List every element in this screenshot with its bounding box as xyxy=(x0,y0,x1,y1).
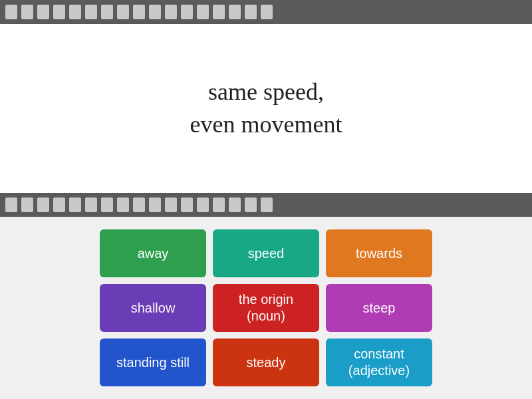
film-hole xyxy=(37,5,49,19)
definition-line2: even movement xyxy=(190,111,342,138)
film-hole xyxy=(133,198,145,212)
film-hole xyxy=(197,198,209,212)
film-hole xyxy=(181,198,193,212)
film-hole xyxy=(101,5,113,19)
film-hole xyxy=(213,5,225,19)
film-hole xyxy=(197,5,209,19)
film-hole xyxy=(117,5,129,19)
tile-away[interactable]: away xyxy=(100,229,206,277)
film-hole xyxy=(261,5,273,19)
film-hole xyxy=(245,5,257,19)
film-hole xyxy=(85,5,97,19)
film-hole xyxy=(213,198,225,212)
tile-shallow[interactable]: shallow xyxy=(100,284,206,332)
film-hole xyxy=(53,198,65,212)
film-hole xyxy=(133,5,145,19)
film-strip-bottom xyxy=(0,193,532,217)
tile-constant[interactable]: constant (adjective) xyxy=(326,338,432,386)
tile-steady[interactable]: steady xyxy=(213,338,319,386)
film-hole xyxy=(69,198,81,212)
film-hole xyxy=(149,198,161,212)
film-hole xyxy=(53,5,65,19)
film-hole xyxy=(37,198,49,212)
film-hole xyxy=(261,198,273,212)
film-hole xyxy=(165,5,177,19)
tile-the-origin[interactable]: the origin (noun) xyxy=(213,284,319,332)
film-hole xyxy=(21,198,33,212)
film-hole xyxy=(69,5,81,19)
film-hole xyxy=(5,198,17,212)
film-strip-top xyxy=(0,0,532,24)
definition-line1: same speed, xyxy=(208,78,324,105)
film-hole xyxy=(21,5,33,19)
film-hole xyxy=(165,198,177,212)
film-hole xyxy=(101,198,113,212)
tiles-grid: awayspeedtowardsshallowthe origin (noun)… xyxy=(100,229,432,386)
tile-towards[interactable]: towards xyxy=(326,229,432,277)
tile-steep[interactable]: steep xyxy=(326,284,432,332)
film-hole xyxy=(181,5,193,19)
definition-text: same speed, even movement xyxy=(190,76,342,140)
content-area: same speed, even movement xyxy=(0,24,532,193)
film-hole xyxy=(229,198,241,212)
tile-speed[interactable]: speed xyxy=(213,229,319,277)
film-hole xyxy=(117,198,129,212)
tiles-area: awayspeedtowardsshallowthe origin (noun)… xyxy=(0,217,532,399)
film-hole xyxy=(85,198,97,212)
film-hole xyxy=(229,5,241,19)
tile-standing-still[interactable]: standing still xyxy=(100,338,206,386)
film-hole xyxy=(149,5,161,19)
film-hole xyxy=(245,198,257,212)
film-hole xyxy=(5,5,17,19)
